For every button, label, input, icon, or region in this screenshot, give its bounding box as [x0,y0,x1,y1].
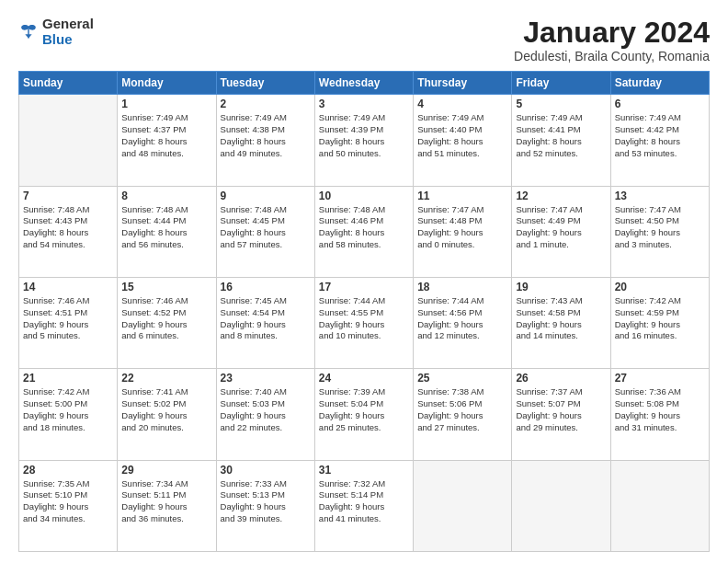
week-row-0: 1Sunrise: 7:49 AMSunset: 4:37 PMDaylight… [19,95,710,186]
day-number: 4 [417,98,507,110]
week-row-3: 21Sunrise: 7:42 AMSunset: 5:00 PMDayligh… [19,369,710,460]
day-cell: 9Sunrise: 7:48 AMSunset: 4:45 PMDaylight… [216,186,314,277]
day-number: 14 [23,281,113,293]
day-number: 19 [516,281,606,293]
logo-text: General Blue [42,17,94,47]
cell-info: Sunrise: 7:42 AMSunset: 4:59 PMDaylight:… [615,295,705,342]
cell-info: Sunrise: 7:45 AMSunset: 4:54 PMDaylight:… [221,295,311,342]
day-cell: 25Sunrise: 7:38 AMSunset: 5:06 PMDayligh… [414,369,512,460]
day-cell: 26Sunrise: 7:37 AMSunset: 5:07 PMDayligh… [512,369,610,460]
day-number: 10 [319,190,409,202]
day-number: 11 [417,190,507,202]
cell-info: Sunrise: 7:47 AMSunset: 4:49 PMDaylight:… [516,204,606,251]
day-cell: 4Sunrise: 7:49 AMSunset: 4:40 PMDaylight… [414,95,512,186]
col-monday: Monday [118,72,216,95]
week-row-2: 14Sunrise: 7:46 AMSunset: 4:51 PMDayligh… [19,277,710,368]
cell-info: Sunrise: 7:48 AMSunset: 4:43 PMDaylight:… [23,204,113,251]
day-number: 7 [23,190,113,202]
cell-info: Sunrise: 7:49 AMSunset: 4:40 PMDaylight:… [417,112,507,159]
day-number: 26 [516,372,606,385]
day-number: 25 [417,372,507,385]
calendar-table: Sunday Monday Tuesday Wednesday Thursday… [18,71,710,552]
cell-info: Sunrise: 7:39 AMSunset: 5:04 PMDaylight:… [319,386,409,433]
day-cell: 13Sunrise: 7:47 AMSunset: 4:50 PMDayligh… [610,186,709,277]
logo-blue: Blue [42,32,94,48]
day-number: 22 [121,372,211,385]
day-cell: 6Sunrise: 7:49 AMSunset: 4:42 PMDaylight… [610,95,709,186]
day-number: 9 [221,190,311,202]
day-cell: 19Sunrise: 7:43 AMSunset: 4:58 PMDayligh… [512,277,610,368]
cell-info: Sunrise: 7:44 AMSunset: 4:55 PMDaylight:… [319,295,409,342]
day-cell: 8Sunrise: 7:48 AMSunset: 4:44 PMDaylight… [118,186,216,277]
day-cell: 2Sunrise: 7:49 AMSunset: 4:38 PMDaylight… [216,95,314,186]
calendar-body: 1Sunrise: 7:49 AMSunset: 4:37 PMDaylight… [19,95,710,552]
cell-info: Sunrise: 7:46 AMSunset: 4:51 PMDaylight:… [23,295,113,342]
day-cell: 17Sunrise: 7:44 AMSunset: 4:55 PMDayligh… [314,277,413,368]
day-cell: 16Sunrise: 7:45 AMSunset: 4:54 PMDayligh… [216,277,314,368]
cell-info: Sunrise: 7:47 AMSunset: 4:50 PMDaylight:… [615,204,705,251]
cell-info: Sunrise: 7:48 AMSunset: 4:44 PMDaylight:… [121,204,211,251]
cell-info: Sunrise: 7:46 AMSunset: 4:52 PMDaylight:… [121,295,211,342]
day-number: 13 [615,190,705,202]
cell-info: Sunrise: 7:35 AMSunset: 5:10 PMDaylight:… [23,478,113,525]
day-cell [610,460,709,551]
day-number: 16 [221,281,311,293]
day-cell: 30Sunrise: 7:33 AMSunset: 5:13 PMDayligh… [216,460,314,551]
day-cell: 10Sunrise: 7:48 AMSunset: 4:46 PMDayligh… [314,186,413,277]
day-cell: 3Sunrise: 7:49 AMSunset: 4:39 PMDaylight… [314,95,413,186]
col-saturday: Saturday [610,72,709,95]
day-cell: 1Sunrise: 7:49 AMSunset: 4:37 PMDaylight… [118,95,216,186]
cell-info: Sunrise: 7:48 AMSunset: 4:46 PMDaylight:… [319,204,409,251]
day-cell: 22Sunrise: 7:41 AMSunset: 5:02 PMDayligh… [118,369,216,460]
day-number: 6 [615,98,705,110]
day-cell: 20Sunrise: 7:42 AMSunset: 4:59 PMDayligh… [610,277,709,368]
logo-icon [18,22,39,42]
day-cell [512,460,610,551]
col-wednesday: Wednesday [314,72,413,95]
cell-info: Sunrise: 7:47 AMSunset: 4:48 PMDaylight:… [417,204,507,251]
cell-info: Sunrise: 7:40 AMSunset: 5:03 PMDaylight:… [221,386,311,433]
cell-info: Sunrise: 7:33 AMSunset: 5:13 PMDaylight:… [221,478,311,525]
day-cell: 12Sunrise: 7:47 AMSunset: 4:49 PMDayligh… [512,186,610,277]
cell-info: Sunrise: 7:49 AMSunset: 4:41 PMDaylight:… [516,112,606,159]
cell-info: Sunrise: 7:44 AMSunset: 4:56 PMDaylight:… [417,295,507,342]
day-cell: 7Sunrise: 7:48 AMSunset: 4:43 PMDaylight… [19,186,118,277]
page: General Blue January 2024 Dedulesti, Bra… [0,0,728,563]
cell-info: Sunrise: 7:34 AMSunset: 5:11 PMDaylight:… [121,478,211,525]
day-number: 18 [417,281,507,293]
col-friday: Friday [512,72,610,95]
day-number: 24 [319,372,409,385]
day-cell: 14Sunrise: 7:46 AMSunset: 4:51 PMDayligh… [19,277,118,368]
cell-info: Sunrise: 7:42 AMSunset: 5:00 PMDaylight:… [23,386,113,433]
col-tuesday: Tuesday [216,72,314,95]
day-cell: 31Sunrise: 7:32 AMSunset: 5:14 PMDayligh… [314,460,413,551]
day-cell: 29Sunrise: 7:34 AMSunset: 5:11 PMDayligh… [118,460,216,551]
cell-info: Sunrise: 7:49 AMSunset: 4:38 PMDaylight:… [221,112,311,159]
cell-info: Sunrise: 7:43 AMSunset: 4:58 PMDaylight:… [516,295,606,342]
week-row-4: 28Sunrise: 7:35 AMSunset: 5:10 PMDayligh… [19,460,710,551]
day-cell: 21Sunrise: 7:42 AMSunset: 5:00 PMDayligh… [19,369,118,460]
logo-general: General [42,17,94,32]
day-number: 5 [516,98,606,110]
day-cell [414,460,512,551]
cell-info: Sunrise: 7:41 AMSunset: 5:02 PMDaylight:… [121,386,211,433]
day-number: 15 [121,281,211,293]
day-cell: 24Sunrise: 7:39 AMSunset: 5:04 PMDayligh… [314,369,413,460]
day-number: 31 [319,464,409,477]
day-number: 21 [23,372,113,385]
location-subtitle: Dedulesti, Braila County, Romania [514,49,710,63]
day-number: 30 [221,464,311,477]
cell-info: Sunrise: 7:49 AMSunset: 4:39 PMDaylight:… [319,112,409,159]
day-number: 1 [121,98,211,110]
day-cell: 5Sunrise: 7:49 AMSunset: 4:41 PMDaylight… [512,95,610,186]
month-title: January 2024 [514,17,710,49]
day-number: 27 [615,372,705,385]
cell-info: Sunrise: 7:49 AMSunset: 4:37 PMDaylight:… [121,112,211,159]
cell-info: Sunrise: 7:32 AMSunset: 5:14 PMDaylight:… [319,478,409,525]
day-cell: 18Sunrise: 7:44 AMSunset: 4:56 PMDayligh… [414,277,512,368]
day-cell: 23Sunrise: 7:40 AMSunset: 5:03 PMDayligh… [216,369,314,460]
day-number: 2 [221,98,311,110]
header-row: Sunday Monday Tuesday Wednesday Thursday… [19,72,710,95]
day-number: 3 [319,98,409,110]
day-cell [19,95,118,186]
